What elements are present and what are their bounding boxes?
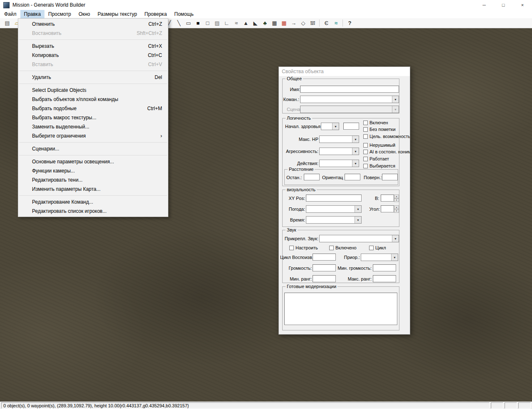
selectable-checkbox[interactable]: [363, 164, 368, 168]
chevron-down-icon[interactable]: ▼: [355, 206, 361, 212]
chevron-down-icon[interactable]: ▼: [355, 217, 361, 223]
water-tool-button[interactable]: ≈: [331, 19, 341, 28]
object-properties-title[interactable]: Свойства объекта: [279, 67, 410, 76]
menu-item-cut[interactable]: ВырезатьCtrl+X: [18, 42, 168, 51]
menu-validate[interactable]: Проверка: [141, 10, 171, 18]
chevron-down-icon[interactable]: ▼: [392, 96, 399, 103]
xy-pos-input[interactable]: [306, 195, 362, 202]
minimize-button[interactable]: ─: [475, 0, 494, 10]
menu-item-edit-map-settings[interactable]: Изменить параметры Карта...: [18, 185, 168, 194]
menu-item-pick-constraints[interactable]: Выберите ограничения›: [18, 131, 168, 140]
menu-file[interactable]: Файл: [0, 10, 20, 18]
spinner-down-icon[interactable]: ▾: [394, 209, 399, 213]
height-input[interactable]: [381, 195, 394, 202]
paint-roller-tool-button[interactable]: ▭: [184, 19, 193, 28]
menu-item-edit-teams[interactable]: Редактирование Команд...: [18, 197, 168, 207]
polygon-tool-button[interactable]: ◇: [298, 19, 308, 28]
powered-checkbox-row: Работает: [363, 156, 389, 161]
min-volume-input[interactable]: [373, 264, 396, 271]
big-tile-tool-button[interactable]: □: [203, 19, 212, 28]
min-range-input[interactable]: [313, 275, 336, 282]
initial-health-input[interactable]: [343, 123, 359, 130]
close-button[interactable]: ×: [513, 0, 532, 10]
indestructible-checkbox[interactable]: [363, 143, 368, 148]
max-range-input[interactable]: [373, 275, 396, 282]
enabled-checkbox[interactable]: [363, 121, 368, 125]
spinner-up-icon[interactable]: ▴: [394, 205, 399, 209]
time-combobox[interactable]: ▼: [306, 216, 362, 224]
initial-health-combobox[interactable]: ▼: [321, 123, 339, 130]
menu-texture-sizes[interactable]: Размеры текстур: [94, 10, 141, 18]
ramp-tool-button[interactable]: ◣: [251, 19, 260, 28]
menu-item-undo[interactable]: ОтменитьCtrl+Z: [18, 20, 168, 29]
orientation-input[interactable]: [345, 174, 360, 180]
axes-tool-button[interactable]: ∟: [222, 19, 232, 28]
chevron-down-icon[interactable]: ▼: [352, 160, 359, 167]
stop-distance-input[interactable]: [304, 174, 320, 180]
sound-enabled-checkbox[interactable]: [329, 246, 334, 250]
aggression-combobox[interactable]: ▼: [319, 148, 359, 155]
angle-input[interactable]: [381, 205, 394, 212]
menu-window[interactable]: Окно: [75, 10, 94, 18]
targetable-checkbox[interactable]: [363, 134, 368, 139]
powered-checkbox[interactable]: [363, 157, 368, 161]
menu-item-scripts[interactable]: Сценарии...: [18, 144, 168, 153]
menu-item-camera-options[interactable]: Функции камеры...: [18, 166, 168, 175]
sound-customize-checkbox[interactable]: [289, 246, 294, 250]
menu-help[interactable]: Помощь: [170, 10, 197, 18]
menu-item-select-duplicate-objects[interactable]: Select Duplicate Objects: [18, 86, 168, 95]
menu-item-copy[interactable]: КопироватьCtrl+C: [18, 51, 168, 60]
menu-item-paste[interactable]: ВставитьCtrl+V: [18, 60, 168, 69]
sound-enabled-checkbox-label: Включено: [335, 245, 357, 250]
maximize-button[interactable]: □: [494, 0, 513, 10]
menu-view[interactable]: Просмотр: [44, 10, 75, 18]
sound-loop-checkbox[interactable]: [369, 246, 374, 250]
single-tile-tool-button[interactable]: ■: [193, 19, 203, 28]
actions-combobox[interactable]: ▼: [319, 160, 359, 167]
priority-combobox[interactable]: ▼: [361, 254, 398, 261]
menu-item-edit-player-list[interactable]: Редактировать список игроков...: [18, 207, 168, 216]
chevron-down-icon[interactable]: ▼: [332, 123, 339, 130]
help-tool-button[interactable]: ?: [345, 19, 355, 28]
weather-combobox[interactable]: ▼: [306, 205, 362, 213]
max-hp-combobox[interactable]: ▼: [319, 136, 359, 143]
blend-tile-tool-button[interactable]: ▦: [270, 19, 279, 28]
menu-item-delete[interactable]: УдалитьDel: [18, 73, 168, 82]
contour-tool-button[interactable]: ≈: [232, 19, 241, 28]
chevron-down-icon[interactable]: ▼: [392, 235, 399, 242]
volume-input[interactable]: [313, 264, 336, 271]
chevron-down-icon[interactable]: ▼: [352, 148, 359, 155]
spinner-up-icon[interactable]: ▴: [394, 195, 399, 198]
height-spinner[interactable]: ▴▾: [394, 195, 399, 202]
turn-distance-input[interactable]: [382, 174, 398, 180]
menu-item-select-bad-team-objects[interactable]: Выбрать объектов х/плохой команды: [18, 95, 168, 104]
name-input[interactable]: [300, 86, 399, 93]
chevron-down-icon[interactable]: ▼: [391, 254, 398, 261]
menu-item-global-light-options[interactable]: Основные параметры освещения...: [18, 157, 168, 166]
menu-item-edit-shadows[interactable]: Редактировать тени...: [18, 175, 168, 185]
edit-menu-dropdown: ОтменитьCtrl+ZВостановитьShft+Ctrl+ZВыре…: [18, 18, 168, 217]
team-combobox[interactable]: ▼: [300, 96, 399, 103]
plant-tree-tool-button[interactable]: ♣: [260, 19, 270, 28]
unmarked-checkbox[interactable]: [363, 127, 368, 132]
grid-tool-button[interactable]: ▦: [279, 19, 289, 28]
menu-item-select-similar[interactable]: Выбрать подобныеCtrl+M: [18, 104, 168, 113]
new-map-button[interactable]: ▤: [2, 19, 12, 28]
eyedropper-tool-button[interactable]: ╲: [174, 19, 184, 28]
fence-tool-button[interactable]: Є: [322, 19, 331, 28]
spinner-down-icon[interactable]: ▾: [394, 198, 399, 202]
chevron-down-icon[interactable]: ▼: [352, 136, 359, 143]
raise-terrain-tool-button[interactable]: ▲: [241, 19, 251, 28]
menu-item-replace-selected[interactable]: Заменить выделенный...: [18, 122, 168, 131]
menu-edit[interactable]: Правка: [20, 10, 45, 18]
angle-spinner[interactable]: ▴▾: [394, 205, 399, 212]
upgrades-listbox[interactable]: [284, 293, 397, 325]
border-tool-button[interactable]: BOR DER: [308, 19, 318, 28]
menu-item-redo[interactable]: ВостановитьShft+Ctrl+Z: [18, 29, 168, 38]
ai-state-checkbox[interactable]: [363, 150, 368, 154]
menu-item-select-macro-texture[interactable]: Выбрать макрос текстуры...: [18, 113, 168, 122]
texture-brush-tool-button[interactable]: ▨: [212, 19, 222, 28]
attached-sound-combobox[interactable]: ▼: [319, 235, 399, 242]
loop-count-input[interactable]: [313, 254, 336, 261]
waypoint-tool-button[interactable]: →: [289, 19, 298, 28]
